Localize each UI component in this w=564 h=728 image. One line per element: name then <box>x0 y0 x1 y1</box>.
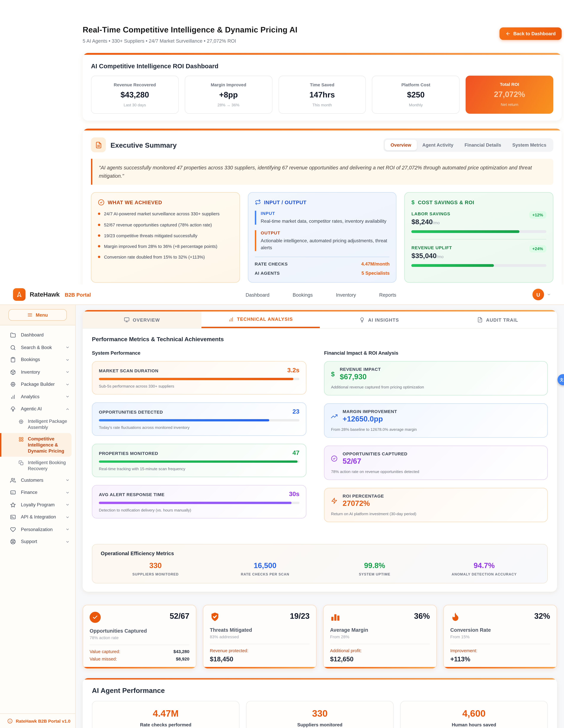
sidebar-item-support[interactable]: Support <box>0 536 75 548</box>
stat-value: 27,072% <box>468 90 551 99</box>
back-button-label: Back to Dashboard <box>513 31 556 36</box>
main-content: OVERVIEW TECHNICAL ANALYSIS AI INSIGHTS … <box>76 305 564 728</box>
input-output-card: INPUT / OUTPUT INPUT Real-time market da… <box>248 192 397 283</box>
tab-overview[interactable]: OVERVIEW <box>83 311 201 328</box>
stat-value: 147hrs <box>282 90 363 100</box>
brand-name: RateHawk <box>30 291 60 298</box>
package-icon <box>10 369 16 375</box>
nav-link-inventory[interactable]: Inventory <box>336 292 356 297</box>
cost-savings-card: $ COST SAVINGS & ROI LABOR SAVINGS $8,24… <box>404 192 553 283</box>
stat-label: Margin Improved <box>188 82 269 87</box>
sidebar-item-analytics[interactable]: Analytics <box>0 391 75 403</box>
perf-card-properties-monitored: PROPERTIES MONITORED47 Real-time trackin… <box>92 444 306 477</box>
value-missed-row: Value missed:$8,920 <box>90 656 189 661</box>
sidebar-item-package-builder[interactable]: Package Builder <box>0 378 75 391</box>
bar-chart-icon <box>10 394 16 400</box>
back-to-dashboard-button[interactable]: Back to Dashboard <box>499 27 562 40</box>
sidebar-item-inventory[interactable]: Inventory <box>0 366 75 378</box>
sidebar-item-api-integration[interactable]: API & Integration <box>0 511 75 523</box>
summary-card-opportunities: 52/67 Opportunities Captured 78% action … <box>83 605 196 669</box>
menu-toggle-button[interactable]: Menu <box>8 309 67 321</box>
sidebar-item-bookings[interactable]: Bookings <box>0 354 75 366</box>
stat-value: $250 <box>375 90 456 100</box>
tab-overview[interactable]: Overview <box>385 139 417 150</box>
stat-value: +8pp <box>188 90 269 100</box>
sidebar-item-customers[interactable]: Customers <box>0 474 75 486</box>
info-icon <box>7 718 12 723</box>
sidebar-item-loyalty-program[interactable]: Loyalty Program <box>0 499 75 511</box>
content-region: Menu Dashboard Search & Book Bookings <box>0 305 564 728</box>
nav-link-dashboard[interactable]: Dashboard <box>246 292 269 297</box>
page-title: Real-Time Competitive Intelligence & Dyn… <box>83 25 297 35</box>
revenue-uplift-block: REVENUE UPLIFT $35,040/mo +24% <box>411 245 546 267</box>
achievement-item: 19/23 competitive threats mitigated succ… <box>98 232 233 239</box>
sidebar: Menu Dashboard Search & Book Bookings <box>0 305 76 728</box>
agent-performance-title: AI Agent Performance <box>92 686 548 694</box>
technical-analysis-card: OVERVIEW TECHNICAL ANALYSIS AI INSIGHTS … <box>83 310 557 592</box>
tab-system-metrics[interactable]: System Metrics <box>507 139 552 150</box>
nav-link-bookings[interactable]: Bookings <box>293 292 313 297</box>
divider <box>90 645 189 645</box>
metric-system-uptime: 99.8% SYSTEM UPTIME <box>320 562 429 576</box>
star-icon <box>10 502 16 508</box>
chevron-down-icon <box>65 527 70 531</box>
life-ring-icon <box>10 539 16 545</box>
labor-savings-value: $8,240/mo <box>411 218 450 226</box>
section-title: Performance Metrics & Technical Achievem… <box>92 336 548 343</box>
stat-revenue-recovered: Revenue Recovered $43,280 Last 30 days <box>91 76 179 114</box>
sidebar-subitem-competitive-intelligence[interactable]: Competitive Intelligence & Dynamic Prici… <box>0 433 72 457</box>
summary-cards-row: 52/67 Opportunities Captured 78% action … <box>83 605 557 669</box>
chevron-down-icon <box>547 292 551 297</box>
nav-link-reports[interactable]: Reports <box>379 292 396 297</box>
revenue-uplift-badge: +24% <box>529 245 546 253</box>
search-icon <box>10 345 16 350</box>
financial-impact-heading: Financial Impact & ROI Analysis <box>324 350 548 356</box>
stat-platform-cost: Platform Cost $250 Monthly <box>372 76 460 114</box>
input-text: Real-time market data, competitor rates,… <box>261 218 390 225</box>
top-navbar: RateHawk B2B Portal Dashboard Bookings I… <box>0 284 564 305</box>
perf-card-alert-response: AVG ALERT RESPONSE TIME30s Detection to … <box>92 485 306 518</box>
sidebar-item-personalization[interactable]: Personalization <box>0 523 75 536</box>
grid-icon <box>19 437 24 442</box>
stat-value: $43,280 <box>94 90 175 100</box>
sidebar-footer-text: RateHawk B2B Portal v1.0 <box>16 718 71 723</box>
sidebar-item-finance[interactable]: Finance <box>0 486 75 499</box>
output-text: Actionable intelligence, automated prici… <box>261 237 390 251</box>
labor-savings-label: LABOR SAVINGS <box>411 211 450 216</box>
summary-card-conversion: 32% Conversion Rate From 15% Improvement… <box>443 605 557 669</box>
brand[interactable]: RateHawk B2B Portal <box>13 288 91 301</box>
check-icon <box>90 612 101 623</box>
revenue-uplift-value: $35,040/mo <box>411 252 452 260</box>
sidebar-subitem-intelligent-booking-recovery[interactable]: Intelligent Booking Recovery <box>0 456 75 474</box>
user-menu[interactable]: U <box>532 289 551 300</box>
monitor-icon <box>124 317 130 323</box>
bar-chart-icon <box>228 316 234 322</box>
tab-audit-trail[interactable]: AUDIT TRAIL <box>438 311 557 328</box>
arrow-left-icon <box>505 31 511 36</box>
sidebar-subitem-intelligent-package-assembly[interactable]: Intelligent Package Assembly <box>0 415 75 433</box>
avatar[interactable]: U <box>532 289 544 300</box>
agent-stat-suppliers: 330 Suppliers monitored 24/7 coverage <box>246 701 394 728</box>
executive-summary-title: Executive Summary <box>110 141 177 149</box>
sidebar-item-search-book[interactable]: Search & Book <box>0 341 75 354</box>
operational-efficiency-box: Operational Efficiency Metrics 330 SUPPL… <box>92 544 548 583</box>
tab-financial-details[interactable]: Financial Details <box>459 139 507 150</box>
operational-efficiency-title: Operational Efficiency Metrics <box>101 550 539 556</box>
sidebar-item-dashboard[interactable]: Dashboard <box>0 329 75 341</box>
chevron-down-icon <box>65 370 70 374</box>
terminal-icon <box>10 514 16 520</box>
tab-agent-activity[interactable]: Agent Activity <box>417 139 459 150</box>
stat-total-roi: Total ROI 27,072% Net return <box>466 76 553 114</box>
tab-ai-insights[interactable]: AI INSIGHTS <box>320 311 438 328</box>
value-captured-row: Value captured:$43,280 <box>90 649 189 654</box>
chevron-down-icon <box>65 358 70 362</box>
achievement-item: 52/67 revenue opportunities captured (78… <box>98 222 233 228</box>
perf-card-market-scan: MARKET SCAN DURATION3.2s Sub-5s performa… <box>92 361 306 395</box>
check-circle-icon <box>98 199 104 206</box>
tab-technical-analysis[interactable]: TECHNICAL ANALYSIS <box>201 311 320 328</box>
cpu-icon <box>10 382 16 387</box>
metric-suppliers-monitored: 330 SUPPLIERS MONITORED <box>101 562 210 576</box>
progress-bar <box>99 460 299 463</box>
sidebar-item-agentic-ai[interactable]: Agentic AI <box>0 403 75 415</box>
progress-bar <box>99 419 299 421</box>
